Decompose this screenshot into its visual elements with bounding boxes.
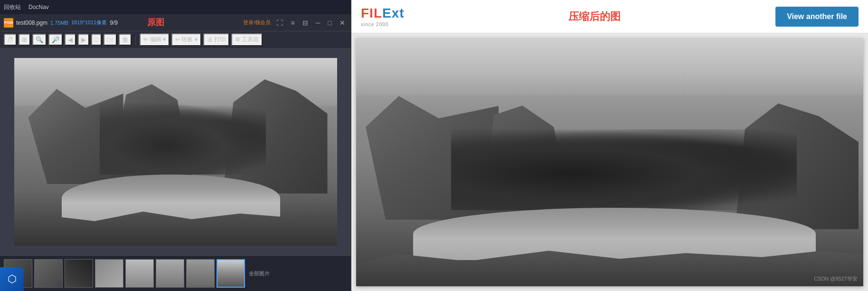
separator-1 [135,35,136,45]
toolbar: ⏱ ⊞ 🔍 🔎 ◀ ▶ □ □↑ 🗑 ✏ 编辑 ▾ ↩ 转换 ▾ 🖨 打印 ⚙ … [0,31,351,48]
close-icon[interactable]: ✕ [338,18,347,28]
prev-btn[interactable]: ◀ [65,34,76,46]
next-btn[interactable]: ▶ [78,34,89,46]
zoom-in-btn[interactable]: 🔍 [32,34,47,46]
thumbnail-6[interactable] [156,259,184,288]
file-name: test008.pgm [16,19,47,26]
thumbnail-5[interactable] [125,259,154,288]
original-image [14,58,337,246]
header-bar: PGM test008.pgm 1.75MB 1819*1011像素 9/9 原… [0,14,351,31]
delete-btn[interactable]: 🗑 [119,34,132,46]
thumbnail-2[interactable] [34,259,63,288]
file-size[interactable]: 1.75MB [50,20,68,26]
left-panel: 回收站 DocNav PGM test008.pgm 1.75MB 1819*1… [0,0,351,291]
all-images-label[interactable]: 全部图片 [249,270,270,277]
logo-fil-part: FIL [361,6,382,20]
convert-btn[interactable]: ↩ 转换 ▾ [171,33,201,46]
thumbnail-3[interactable] [65,259,93,288]
view-another-button[interactable]: View another file [775,7,859,27]
history-btn[interactable]: ⏱ [4,34,17,46]
edit-btn[interactable]: ✏ 编辑 ▾ [140,33,170,46]
minimize-icon[interactable]: ─ [314,18,322,28]
logo-area: FILExt since 2000 [361,6,405,27]
file-icon: PGM [4,18,13,28]
csdn-watermark: CSDN @9527华安 [814,275,858,282]
align-icon[interactable]: ⊟ [301,18,310,28]
thumbnail-4[interactable] [95,259,123,288]
right-panel: FILExt since 2000 压缩后的图 View another fil… [351,0,868,291]
menu-icon[interactable]: ≡ [289,18,296,28]
title-bar: 回收站 DocNav [0,0,351,14]
right-image-area: CSDN @9527华安 [351,33,868,291]
original-label: 原图 [147,17,164,28]
r-river [413,208,816,260]
image-area [0,48,351,255]
thumbnail-8-active[interactable] [217,259,245,288]
compressed-title: 压缩后的图 [414,10,776,24]
r-trees [451,129,797,210]
fullscreen-icon[interactable]: ⛶ [274,18,285,28]
logo-text: FILExt [361,6,405,21]
copy-btn[interactable]: □ [91,34,102,46]
thumbnail-7[interactable] [186,259,215,288]
compressed-image: CSDN @9527华安 [356,38,863,286]
grid-btn[interactable]: ⊞ [19,34,30,46]
r-sky [356,38,863,95]
recycle-bin-label[interactable]: 回收站 [4,3,21,11]
maximize-icon[interactable]: □ [326,18,334,28]
logo-ext-part: Ext [382,6,405,20]
tools-btn[interactable]: ⚙ 工具箱 [231,33,263,46]
thumbnail-strip: 全部图片 [0,255,351,291]
taskbar-icon[interactable]: ⬡ [0,267,24,291]
user-button[interactable]: 登录/领会员 [243,19,271,26]
print-btn[interactable]: 🖨 打印 [203,33,229,46]
file-dimensions[interactable]: 1819*1011像素 [71,19,107,26]
right-header: FILExt since 2000 压缩后的图 View another fil… [351,0,868,33]
logo-since: since 2000 [361,22,405,27]
zoom-out-btn[interactable]: 🔎 [48,34,63,46]
paste-btn[interactable]: □↑ [104,34,117,46]
file-page: 9/9 [110,19,118,26]
header-right: 登录/领会员 ⛶ ≡ ⊟ ─ □ ✕ [243,18,347,28]
trees-area [100,103,266,175]
docnav-label[interactable]: DocNav [28,4,49,10]
